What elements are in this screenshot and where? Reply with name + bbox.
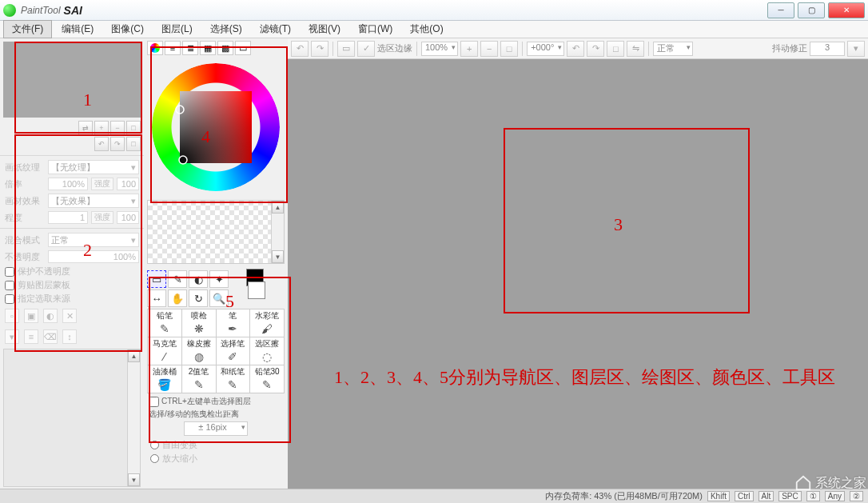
menu-edit[interactable]: 编辑(E) [54,21,102,38]
close-button[interactable]: ✕ [828,2,865,18]
flip-button[interactable]: ⇋ [627,41,644,57]
delete-layer-icon[interactable]: ✕ [62,309,77,323]
degree-input[interactable]: 1 [48,211,88,224]
menu-layer[interactable]: 图层(L) [153,21,201,38]
brush-铅笔30[interactable]: 铅笔30✎ [250,365,284,393]
blend-mode-combo[interactable]: 正常 [48,233,139,247]
brush-水彩笔[interactable]: 水彩笔🖌 [250,309,284,337]
canvas[interactable] [288,59,868,489]
undo-button[interactable]: ↶ [291,41,309,57]
opacity-input[interactable]: 100% [48,250,139,263]
layer-scrollbar[interactable]: ▲ ▼ [127,349,140,486]
brush-2值笔[interactable]: 2值笔✎ [182,365,216,393]
merge-down-icon[interactable]: ▾ [5,329,19,344]
zoom-combo[interactable]: 100% [421,42,458,56]
rgb-slider-mode-icon[interactable]: ≡ [165,41,181,55]
magnification-input[interactable]: 100% [48,178,88,190]
nav-flip-button[interactable]: ⇄ [78,121,93,135]
scratchpad-mode-icon[interactable]: ▭ [235,41,251,55]
stabilizer-dropdown-icon[interactable]: ▾ [847,41,865,57]
swatch-mode-icon[interactable]: ▩ [217,41,233,55]
brush-橡皮擦[interactable]: 橡皮擦◍ [182,337,216,365]
selection-source-checkbox[interactable]: 指定选取来源 [0,292,144,305]
rotate-tool-icon[interactable]: ↻ [189,289,208,307]
rotate-reset-button[interactable]: □ [607,41,624,57]
zoom-tool-icon[interactable]: ↔ [147,289,166,307]
scroll-down-icon[interactable]: ▼ [128,473,140,486]
brush-选择笔[interactable]: 选择笔✐ [217,337,250,365]
nav-zoomout-button[interactable]: − [110,121,125,135]
color-wheel[interactable] [148,59,284,195]
drag-detect-value[interactable]: ± 16pix [184,421,248,436]
new-layer-icon[interactable]: ▫ [5,309,19,323]
scroll-down-icon[interactable]: ▼ [272,250,284,263]
scroll-up-icon[interactable]: ▲ [128,349,140,362]
hand-tool-icon[interactable]: ✋ [168,289,187,307]
clear-layer-icon[interactable]: ⌫ [43,329,58,344]
clipping-mask-checkbox[interactable]: 剪贴图层蒙板 [0,278,144,292]
brush-马克笔[interactable]: 马克笔∕ [148,337,181,365]
menu-window[interactable]: 窗口(W) [350,21,400,38]
free-transform-radio[interactable]: 自由变换 [147,438,285,452]
layer-mask-icon[interactable]: ◐ [43,309,58,323]
zoom-reset-button[interactable]: □ [500,41,518,57]
flatten-icon[interactable]: ≡ [24,329,38,344]
menu-select[interactable]: 选择(S) [202,21,250,38]
nav-rotate-r-button[interactable]: ↷ [110,137,125,151]
mixer-mode-icon[interactable]: ▦ [200,41,216,55]
lasso-tool-icon[interactable]: ✎ [168,270,187,288]
layer-list[interactable]: ▲ ▼ [3,349,141,487]
eyedropper-tool-icon[interactable]: 🔍 [209,289,229,307]
nav-rotate-l-button[interactable]: ↶ [94,137,109,151]
brush-喷枪[interactable]: 喷枪❋ [182,309,216,337]
menu-view[interactable]: 视图(V) [301,21,348,38]
scale-radio[interactable]: 放大缩小 [147,452,285,465]
commit-button[interactable]: ✓ [357,41,375,57]
magic-wand-tool-icon[interactable]: ◐ [189,270,208,288]
menu-other[interactable]: 其他(O) [402,21,451,38]
rotate-cw-button[interactable]: ↷ [587,41,604,57]
brush-选区擦[interactable]: 选区擦◌ [250,337,284,365]
selection-edge-label[interactable]: 选区边缘 [377,42,412,54]
scroll-up-icon[interactable]: ▲ [272,201,284,214]
ctrl-click-checkbox[interactable]: CTRL+左键单击选择图层 [147,395,285,408]
move-layer-icon[interactable]: ↕ [62,329,77,344]
menu-filter[interactable]: 滤镜(T) [252,21,299,38]
stabilizer-input[interactable]: 3 [810,42,845,56]
zoom-in-button[interactable]: + [460,41,478,57]
brush-油漆桶[interactable]: 油漆桶🪣 [148,365,181,393]
new-folder-icon[interactable]: ▣ [24,309,38,323]
brush-铅笔[interactable]: 铅笔✎ [148,309,181,337]
deselect-button[interactable]: ▭ [337,41,355,57]
brush-effect-combo[interactable]: 【无效果】 [48,194,139,208]
app-logo-icon [3,4,16,17]
paper-texture-combo[interactable]: 【无纹理】 [48,160,139,174]
display-mode-combo[interactable]: 正常 [653,42,693,56]
nav-rot-reset-button[interactable]: □ [126,137,141,151]
blend-mode-label: 混合模式 [5,234,45,246]
maximize-button[interactable]: ▢ [798,2,825,18]
menu-file[interactable]: 文件(F) [3,20,52,38]
navigator-thumbnail[interactable] [3,42,141,118]
intensity2-input[interactable]: 100 [117,211,139,224]
hsv-slider-mode-icon[interactable]: ≣ [182,41,198,55]
swatch-panel[interactable]: ▲ ▼ [147,200,285,264]
menu-image[interactable]: 图像(C) [103,21,152,38]
nav-zoomin-button[interactable]: + [94,121,109,135]
opacity-label: 不透明度 [5,251,45,263]
background-color-swatch[interactable] [248,281,265,299]
brush-和纸笔[interactable]: 和纸笔✎ [217,365,250,393]
redo-button[interactable]: ↷ [311,41,328,57]
rotate-ccw-button[interactable]: ↶ [567,41,584,57]
rect-select-tool-icon[interactable]: ▭ [147,270,166,288]
nav-reset-button[interactable]: □ [126,121,141,135]
move-tool-icon[interactable]: ✦ [209,270,229,288]
brush-笔[interactable]: 笔✒ [217,309,250,337]
zoom-out-button[interactable]: − [480,41,498,57]
color-wheel-mode-icon[interactable] [147,41,163,55]
minimize-button[interactable]: ─ [767,2,794,18]
protect-opacity-checkbox[interactable]: 保护不透明度 [0,265,144,278]
angle-combo[interactable]: +000° [527,42,564,56]
swatch-scrollbar[interactable]: ▲ ▼ [271,201,284,263]
intensity-input[interactable]: 100 [117,178,139,190]
